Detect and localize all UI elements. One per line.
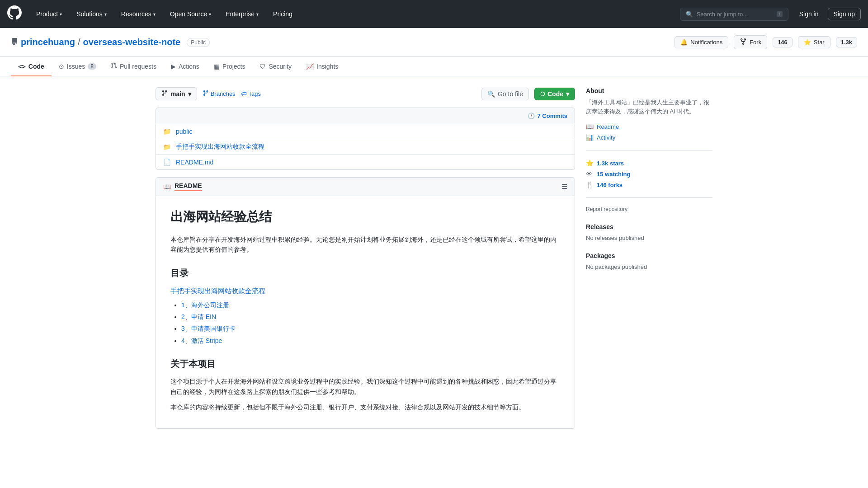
search-shortcut: /	[777, 11, 783, 17]
tags-link[interactable]: 🏷 Tags	[241, 90, 261, 97]
tab-insights[interactable]: 📈 Insights	[299, 57, 345, 76]
go-to-file-label: Go to file	[498, 90, 523, 98]
tab-pull-requests[interactable]: Pull requests	[104, 57, 164, 76]
readme-about-p1: 这个项目源于个人在开发海外网站和设立跨境业务过程中的实践经验。我们深知这个过程中…	[170, 376, 560, 397]
star-icon: ⭐	[804, 39, 811, 46]
file-name-public[interactable]: public	[176, 128, 266, 135]
main-content: main ▾ Branches 🏷 Tags �	[145, 76, 723, 429]
file-row[interactable]: 📄 README.md	[156, 155, 575, 169]
folder-icon: 📁	[163, 143, 170, 150]
nav-pricing-label: Pricing	[273, 10, 292, 18]
nav-enterprise[interactable]: Enterprise ▾	[222, 9, 262, 19]
sidebar-forks-value[interactable]: 146 forks	[597, 182, 623, 188]
sidebar-activity-label: Activity	[597, 134, 615, 141]
tab-issues-label: Issues	[67, 63, 85, 70]
tab-actions[interactable]: ▶ Actions	[164, 57, 207, 76]
list-icon[interactable]: ☰	[561, 183, 567, 190]
branch-icon	[161, 90, 168, 98]
file-row[interactable]: 📁 public	[156, 124, 575, 139]
sidebar-readme-link[interactable]: 📖 Readme	[586, 121, 712, 132]
repo-name-link[interactable]: overseas-website-note	[83, 37, 181, 47]
code-chevron-icon: ▾	[566, 90, 569, 98]
readme-container: 📖 README ☰ 出海网站经验总结 本仓库旨在分享在开发海外网站过程中积累的…	[156, 177, 575, 429]
top-nav: Product ▾ Solutions ▾ Resources ▾ Open S…	[0, 0, 868, 28]
fork-sidebar-icon: 🍴	[586, 181, 593, 188]
branches-tags-nav: Branches 🏷 Tags	[203, 90, 476, 98]
repo-actions: 🔔 Notifications Fork 146 ⭐ Star 1.3k	[675, 35, 857, 49]
tab-security[interactable]: 🛡 Security	[252, 57, 299, 76]
github-logo-icon[interactable]	[7, 5, 22, 23]
tab-insights-label: Insights	[316, 63, 338, 70]
notifications-button[interactable]: 🔔 Notifications	[675, 36, 728, 48]
commits-link[interactable]: 🕐 7 Commits	[528, 113, 567, 119]
go-to-file-button[interactable]: 🔍 Go to file	[481, 88, 529, 100]
tab-projects-label: Projects	[222, 63, 245, 70]
readme-header: 📖 README ☰	[156, 178, 575, 196]
nav-product-label: Product	[36, 10, 58, 18]
issues-badge: 8	[88, 63, 96, 70]
signup-button[interactable]: Sign up	[828, 8, 861, 20]
nav-pricing[interactable]: Pricing	[269, 9, 296, 19]
nav-auth: Sign in Sign up	[796, 8, 861, 20]
sidebar-releases-empty: No releases published	[586, 235, 644, 241]
sidebar-watching-value[interactable]: 15 watching	[597, 171, 630, 178]
sidebar-readme-label: Readme	[597, 123, 619, 130]
branches-link[interactable]: Branches	[203, 90, 236, 98]
star-button[interactable]: ⭐ Star	[798, 36, 830, 48]
branch-name: main	[170, 90, 185, 98]
sidebar-divider	[586, 150, 712, 150]
nav-resources-chevron-icon: ▾	[153, 12, 156, 17]
sidebar-watching-stat: 👁 15 watching	[586, 169, 712, 179]
nav-solutions-chevron-icon: ▾	[104, 12, 107, 17]
notifications-label: Notifications	[690, 39, 722, 46]
search-icon: 🔍	[686, 11, 693, 18]
readme-header-left: 📖 README	[163, 182, 202, 191]
toc-item-3[interactable]: 3、申请美国银行卡	[181, 325, 236, 332]
sidebar-stars-value[interactable]: 1.3k stars	[597, 160, 624, 167]
fork-label: Fork	[750, 39, 761, 46]
nav-solutions[interactable]: Solutions ▾	[73, 9, 110, 19]
code-dropdown-button[interactable]: ⬡ Code ▾	[534, 88, 575, 100]
readme-about-p2: 本仓库的内容将持续更新，包括但不限于海外公司注册、银行开户、支付系统对接、法律合…	[170, 402, 560, 412]
commits-count: 7 Commits	[538, 113, 567, 119]
branch-selector[interactable]: main ▾	[156, 87, 197, 100]
projects-tab-icon: ▦	[214, 63, 220, 70]
search-bar[interactable]: 🔍 Search or jump to... /	[680, 8, 788, 21]
file-name-readme[interactable]: README.md	[176, 159, 266, 166]
sidebar-releases-title: Releases	[586, 223, 712, 230]
sidebar-forks-stat: 🍴 146 forks	[586, 179, 712, 190]
nav-enterprise-label: Enterprise	[226, 10, 255, 18]
readme-title: README	[175, 182, 202, 191]
branches-label: Branches	[211, 90, 236, 97]
sidebar-activity-link[interactable]: 📊 Activity	[586, 132, 712, 143]
toc-item-2[interactable]: 2、申请 EIN	[181, 313, 216, 320]
nav-enterprise-chevron-icon: ▾	[256, 12, 259, 17]
nav-product[interactable]: Product ▾	[33, 9, 66, 19]
activity-sidebar-icon: 📊	[586, 134, 593, 141]
readme-toc-link[interactable]: 手把手实现出海网站收款全流程	[170, 286, 560, 296]
fork-button[interactable]: Fork	[734, 35, 767, 49]
tab-projects[interactable]: ▦ Projects	[207, 57, 253, 76]
toc-item-1[interactable]: 1、海外公司注册	[181, 301, 229, 309]
star-sidebar-icon: ⭐	[586, 160, 593, 167]
signin-button[interactable]: Sign in	[796, 9, 822, 19]
file-name-guide[interactable]: 手把手实现出海网站收款全流程	[176, 143, 266, 151]
actions-tab-icon: ▶	[171, 63, 176, 70]
code-tab-icon: <>	[18, 63, 26, 70]
tab-actions-label: Actions	[179, 63, 199, 70]
tab-pr-label: Pull requests	[120, 63, 156, 70]
repo-icon	[11, 38, 18, 47]
nav-resources[interactable]: Resources ▾	[118, 9, 159, 19]
file-browser: main ▾ Branches 🏷 Tags �	[156, 87, 575, 429]
nav-open-source[interactable]: Open Source ▾	[166, 9, 215, 19]
repo-tabs: <> Code ⊙ Issues 8 Pull requests ▶ Actio…	[0, 57, 868, 76]
tab-code-label: Code	[28, 63, 44, 70]
toc-item-4[interactable]: 4、激活 Stripe	[181, 337, 222, 344]
tab-issues[interactable]: ⊙ Issues 8	[52, 57, 104, 76]
readme-content: 出海网站经验总结 本仓库旨在分享在开发海外网站过程中积累的经验。无论您是刚开始计…	[156, 196, 575, 428]
tab-code[interactable]: <> Code	[11, 57, 52, 76]
repo-owner-link[interactable]: princehuang	[21, 37, 75, 47]
sidebar-report-link[interactable]: Report repository	[586, 206, 627, 212]
file-row[interactable]: 📁 手把手实现出海网站收款全流程	[156, 139, 575, 155]
tags-icon: 🏷	[241, 90, 247, 97]
